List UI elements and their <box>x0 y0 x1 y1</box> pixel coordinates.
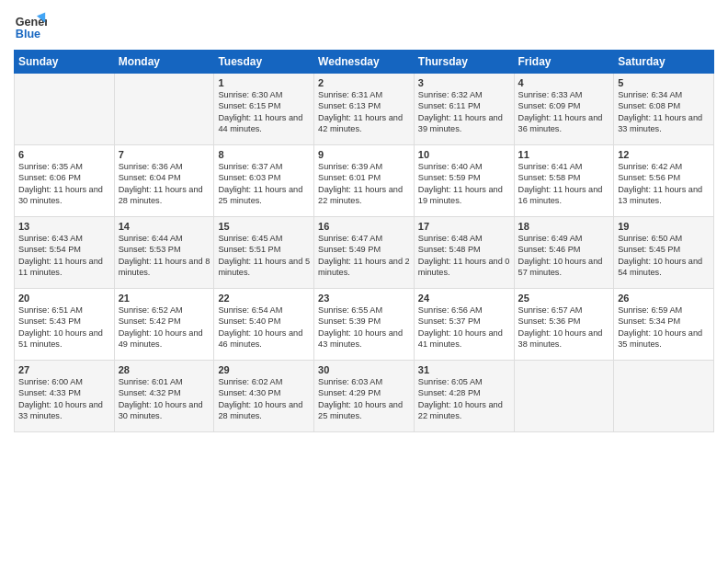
calendar-week-row-4: 20Sunrise: 6:51 AMSunset: 5:43 PMDayligh… <box>15 289 714 361</box>
day-info: Sunrise: 6:45 AMSunset: 5:51 PMDaylight:… <box>218 233 310 279</box>
calendar-cell: 19Sunrise: 6:50 AMSunset: 5:45 PMDayligh… <box>614 217 714 289</box>
calendar-cell <box>514 361 614 432</box>
day-info: Sunrise: 6:35 AMSunset: 6:06 PMDaylight:… <box>18 161 110 207</box>
day-info: Sunrise: 6:34 AMSunset: 6:08 PMDaylight:… <box>618 89 710 135</box>
calendar-cell: 11Sunrise: 6:41 AMSunset: 5:58 PMDayligh… <box>514 145 614 217</box>
day-number: 13 <box>18 221 110 232</box>
calendar-header-row: Sunday Monday Tuesday Wednesday Thursday… <box>15 51 714 74</box>
calendar-cell: 17Sunrise: 6:48 AMSunset: 5:48 PMDayligh… <box>414 217 514 289</box>
calendar-cell: 16Sunrise: 6:47 AMSunset: 5:49 PMDayligh… <box>314 217 415 289</box>
day-number: 15 <box>218 221 310 232</box>
calendar-cell <box>114 74 214 145</box>
day-info: Sunrise: 6:48 AMSunset: 5:48 PMDaylight:… <box>418 233 510 279</box>
day-info: Sunrise: 6:37 AMSunset: 6:03 PMDaylight:… <box>218 161 310 207</box>
day-number: 23 <box>318 293 410 304</box>
calendar-cell: 27Sunrise: 6:00 AMSunset: 4:33 PMDayligh… <box>15 361 115 432</box>
day-info: Sunrise: 6:43 AMSunset: 5:54 PMDaylight:… <box>18 233 110 279</box>
day-number: 12 <box>618 149 710 160</box>
day-info: Sunrise: 6:05 AMSunset: 4:28 PMDaylight:… <box>418 376 510 422</box>
calendar-cell: 18Sunrise: 6:49 AMSunset: 5:46 PMDayligh… <box>514 217 614 289</box>
calendar-cell: 20Sunrise: 6:51 AMSunset: 5:43 PMDayligh… <box>15 289 115 361</box>
header: General Blue <box>14 9 714 42</box>
day-number: 20 <box>18 293 110 304</box>
calendar-cell: 26Sunrise: 6:59 AMSunset: 5:34 PMDayligh… <box>614 289 714 361</box>
day-info: Sunrise: 6:30 AMSunset: 6:15 PMDaylight:… <box>218 89 310 135</box>
day-info: Sunrise: 6:31 AMSunset: 6:13 PMDaylight:… <box>318 89 410 135</box>
calendar-cell: 5Sunrise: 6:34 AMSunset: 6:08 PMDaylight… <box>614 74 714 145</box>
day-info: Sunrise: 6:41 AMSunset: 5:58 PMDaylight:… <box>518 161 610 207</box>
calendar-cell <box>614 361 714 432</box>
day-number: 16 <box>318 221 410 232</box>
header-friday: Friday <box>514 51 614 74</box>
day-number: 30 <box>318 364 410 375</box>
day-number: 27 <box>18 364 110 375</box>
day-info: Sunrise: 6:01 AMSunset: 4:32 PMDaylight:… <box>119 376 210 422</box>
day-info: Sunrise: 6:51 AMSunset: 5:43 PMDaylight:… <box>18 304 110 350</box>
day-info: Sunrise: 6:32 AMSunset: 6:11 PMDaylight:… <box>418 89 510 135</box>
calendar-cell: 30Sunrise: 6:03 AMSunset: 4:29 PMDayligh… <box>314 361 415 432</box>
calendar-cell: 25Sunrise: 6:57 AMSunset: 5:36 PMDayligh… <box>514 289 614 361</box>
calendar-cell: 15Sunrise: 6:45 AMSunset: 5:51 PMDayligh… <box>214 217 314 289</box>
calendar-cell: 6Sunrise: 6:35 AMSunset: 6:06 PMDaylight… <box>15 145 115 217</box>
day-number: 4 <box>518 77 610 88</box>
day-info: Sunrise: 6:00 AMSunset: 4:33 PMDaylight:… <box>18 376 110 422</box>
day-info: Sunrise: 6:54 AMSunset: 5:40 PMDaylight:… <box>218 304 310 350</box>
day-number: 31 <box>418 364 510 375</box>
calendar-cell: 13Sunrise: 6:43 AMSunset: 5:54 PMDayligh… <box>15 217 115 289</box>
day-info: Sunrise: 6:40 AMSunset: 5:59 PMDaylight:… <box>418 161 510 207</box>
header-wednesday: Wednesday <box>314 51 415 74</box>
day-number: 28 <box>119 364 210 375</box>
calendar-cell: 29Sunrise: 6:02 AMSunset: 4:30 PMDayligh… <box>214 361 314 432</box>
page-container: General Blue Sunday Monday Tuesday Wedne… <box>0 0 728 442</box>
day-number: 18 <box>518 221 610 232</box>
day-number: 14 <box>119 221 210 232</box>
svg-text:Blue: Blue <box>16 28 40 40</box>
day-info: Sunrise: 6:49 AMSunset: 5:46 PMDaylight:… <box>518 233 610 279</box>
day-info: Sunrise: 6:50 AMSunset: 5:45 PMDaylight:… <box>618 233 710 279</box>
day-number: 6 <box>18 149 110 160</box>
header-tuesday: Tuesday <box>214 51 314 74</box>
day-number: 9 <box>318 149 410 160</box>
day-info: Sunrise: 6:39 AMSunset: 6:01 PMDaylight:… <box>318 161 410 207</box>
calendar-week-row-2: 6Sunrise: 6:35 AMSunset: 6:06 PMDaylight… <box>15 145 714 217</box>
calendar-cell <box>15 74 115 145</box>
calendar-week-row-3: 13Sunrise: 6:43 AMSunset: 5:54 PMDayligh… <box>15 217 714 289</box>
day-info: Sunrise: 6:55 AMSunset: 5:39 PMDaylight:… <box>318 304 410 350</box>
calendar-week-row-1: 1Sunrise: 6:30 AMSunset: 6:15 PMDaylight… <box>15 74 714 145</box>
calendar-cell: 9Sunrise: 6:39 AMSunset: 6:01 PMDaylight… <box>314 145 415 217</box>
day-info: Sunrise: 6:47 AMSunset: 5:49 PMDaylight:… <box>318 233 410 279</box>
day-number: 5 <box>618 77 710 88</box>
day-number: 24 <box>418 293 510 304</box>
day-info: Sunrise: 6:42 AMSunset: 5:56 PMDaylight:… <box>618 161 710 207</box>
calendar-cell: 23Sunrise: 6:55 AMSunset: 5:39 PMDayligh… <box>314 289 415 361</box>
calendar-cell: 10Sunrise: 6:40 AMSunset: 5:59 PMDayligh… <box>414 145 514 217</box>
calendar-cell: 21Sunrise: 6:52 AMSunset: 5:42 PMDayligh… <box>114 289 214 361</box>
day-number: 21 <box>119 293 210 304</box>
calendar-cell: 12Sunrise: 6:42 AMSunset: 5:56 PMDayligh… <box>614 145 714 217</box>
calendar-cell: 8Sunrise: 6:37 AMSunset: 6:03 PMDaylight… <box>214 145 314 217</box>
calendar-cell: 14Sunrise: 6:44 AMSunset: 5:53 PMDayligh… <box>114 217 214 289</box>
calendar-cell: 4Sunrise: 6:33 AMSunset: 6:09 PMDaylight… <box>514 74 614 145</box>
day-number: 7 <box>119 149 210 160</box>
day-number: 1 <box>218 77 310 88</box>
calendar-cell: 2Sunrise: 6:31 AMSunset: 6:13 PMDaylight… <box>314 74 415 145</box>
day-info: Sunrise: 6:56 AMSunset: 5:37 PMDaylight:… <box>418 304 510 350</box>
day-number: 11 <box>518 149 610 160</box>
calendar-cell: 31Sunrise: 6:05 AMSunset: 4:28 PMDayligh… <box>414 361 514 432</box>
header-thursday: Thursday <box>414 51 514 74</box>
header-sunday: Sunday <box>15 51 115 74</box>
day-number: 17 <box>418 221 510 232</box>
logo-icon: General Blue <box>14 9 47 42</box>
day-number: 10 <box>418 149 510 160</box>
day-number: 19 <box>618 221 710 232</box>
logo: General Blue <box>14 9 51 42</box>
calendar-week-row-5: 27Sunrise: 6:00 AMSunset: 4:33 PMDayligh… <box>15 361 714 432</box>
calendar-cell: 7Sunrise: 6:36 AMSunset: 6:04 PMDaylight… <box>114 145 214 217</box>
calendar-cell: 3Sunrise: 6:32 AMSunset: 6:11 PMDaylight… <box>414 74 514 145</box>
day-number: 25 <box>518 293 610 304</box>
day-info: Sunrise: 6:02 AMSunset: 4:30 PMDaylight:… <box>218 376 310 422</box>
day-number: 3 <box>418 77 510 88</box>
calendar-table: Sunday Monday Tuesday Wednesday Thursday… <box>14 50 714 432</box>
header-monday: Monday <box>114 51 214 74</box>
day-info: Sunrise: 6:33 AMSunset: 6:09 PMDaylight:… <box>518 89 610 135</box>
